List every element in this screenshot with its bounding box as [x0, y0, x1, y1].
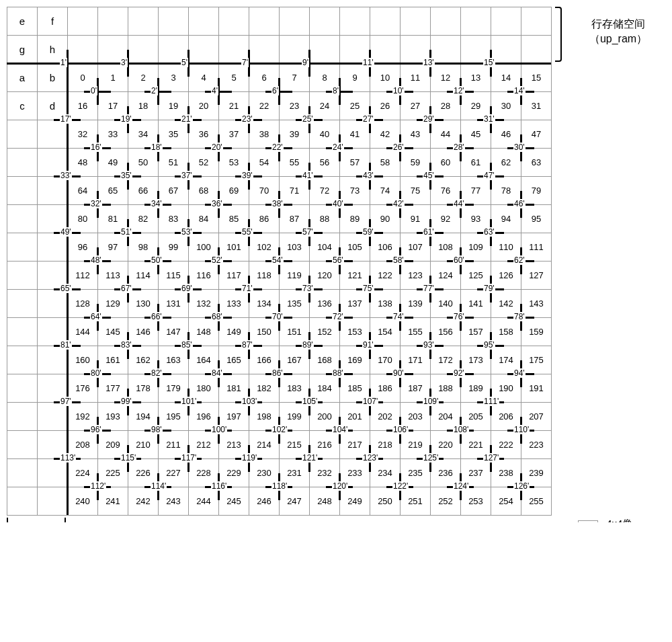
- prime-64: 64': [90, 312, 102, 321]
- prime-37: 37': [181, 171, 193, 180]
- prime-86: 86': [271, 368, 284, 378]
- prime-80: 80': [90, 368, 102, 378]
- prime-101: 101': [181, 397, 197, 406]
- cell-30: 30: [491, 92, 521, 120]
- prime-41: 41': [302, 171, 314, 180]
- cell-e: e: [7, 7, 38, 36]
- prime-7: 7': [241, 58, 249, 67]
- cell-143: 143: [521, 290, 552, 318]
- prime-47: 47': [483, 171, 495, 180]
- prime-84: 84': [211, 368, 223, 378]
- prime-104: 104': [332, 425, 348, 434]
- prime-1: 1': [60, 58, 67, 67]
- cell-90: 90: [370, 205, 401, 233]
- prime-118: 118': [271, 481, 288, 491]
- cell-243: 243: [159, 487, 189, 516]
- prime-14: 14': [513, 86, 526, 95]
- prime-75: 75': [362, 284, 374, 293]
- prime-119: 119': [241, 453, 257, 463]
- prime-82: 82': [151, 368, 163, 378]
- cell-95: 95: [521, 205, 552, 233]
- cell-144: 144: [68, 318, 98, 346]
- cell-58: 58: [370, 149, 401, 177]
- prime-110: 110': [513, 425, 530, 434]
- cell-b: b: [38, 64, 68, 92]
- prime-60: 60': [453, 255, 465, 265]
- row-storage-label: 行存储空间 （up_ram）: [568, 17, 669, 47]
- cell-37: 37: [219, 120, 249, 149]
- cell-5: 5: [219, 64, 249, 92]
- cell-54: 54: [249, 149, 280, 177]
- cell-45: 45: [461, 120, 491, 149]
- prime-97: 97': [60, 397, 72, 406]
- prime-113: 113': [60, 453, 76, 463]
- prime-127: 127': [483, 453, 499, 463]
- prime-17: 17': [60, 114, 72, 124]
- cell-73: 73: [340, 177, 370, 205]
- prime-54: 54': [271, 255, 284, 265]
- cell-43: 43: [401, 120, 431, 149]
- cell-173: 173: [461, 346, 491, 374]
- cell-139: 139: [401, 290, 431, 318]
- cell-g: g: [7, 36, 38, 64]
- prime-124: 124': [453, 481, 469, 491]
- prime-50: 50': [151, 255, 163, 265]
- cell-124: 124: [431, 262, 461, 290]
- cell-223: 223: [521, 431, 552, 459]
- prime-52: 52': [211, 255, 223, 265]
- prime-76: 76': [453, 312, 465, 321]
- cell-75: 75: [401, 177, 431, 205]
- cell-39: 39: [280, 120, 310, 149]
- cell-156: 156: [431, 318, 461, 346]
- prime-51: 51': [120, 227, 132, 237]
- prime-63: 63': [483, 227, 495, 237]
- cell-15: 15: [521, 64, 552, 92]
- legend-box: [578, 520, 598, 522]
- prime-4: 4': [211, 86, 218, 95]
- cell-35: 35: [159, 120, 189, 149]
- prime-81: 81': [60, 340, 72, 350]
- cell-50: 50: [128, 149, 159, 177]
- cell-99: 99: [159, 233, 189, 262]
- prime-20: 20': [211, 143, 223, 152]
- prime-67: 67': [120, 284, 132, 293]
- prime-12: 12': [453, 86, 465, 95]
- prime-109: 109': [423, 397, 439, 406]
- prime-98: 98': [151, 425, 163, 434]
- cell-251: 251: [401, 487, 431, 516]
- cell-141: 141: [461, 290, 491, 318]
- cell-9: 9: [340, 64, 370, 92]
- cell-18: 18: [128, 92, 159, 120]
- cell-120: 120: [310, 262, 340, 290]
- prime-22: 22': [271, 143, 284, 152]
- prime-112: 112': [90, 481, 106, 491]
- prime-87: 87': [241, 340, 253, 350]
- cell-169: 169: [340, 346, 370, 374]
- cell-254: 254: [491, 487, 521, 516]
- prime-6: 6': [271, 86, 279, 95]
- cell-103: 103: [280, 233, 310, 262]
- cell-241: 241: [98, 487, 128, 516]
- prime-39: 39': [241, 171, 253, 180]
- cell-246: 246: [249, 487, 280, 516]
- brace-col-storage: [7, 518, 66, 522]
- prime-72: 72': [332, 312, 344, 321]
- prime-3: 3': [120, 58, 128, 67]
- cell-77: 77: [461, 177, 491, 205]
- cell-47: 47: [521, 120, 552, 149]
- prime-42: 42': [392, 199, 405, 208]
- cell-80: 80: [68, 205, 98, 233]
- prime-83: 83': [120, 340, 132, 350]
- cell-1: 1: [98, 64, 128, 92]
- cell-191: 191: [521, 374, 552, 403]
- cell-176: 176: [68, 374, 98, 403]
- prime-24: 24': [332, 143, 344, 152]
- prime-56: 56': [332, 255, 344, 265]
- cell-146: 146: [128, 318, 159, 346]
- cell-161: 161: [98, 346, 128, 374]
- prime-15: 15': [483, 58, 495, 67]
- cell-82: 82: [128, 205, 159, 233]
- prime-78: 78': [513, 312, 526, 321]
- prime-5: 5': [181, 58, 188, 67]
- prime-66: 66': [151, 312, 163, 321]
